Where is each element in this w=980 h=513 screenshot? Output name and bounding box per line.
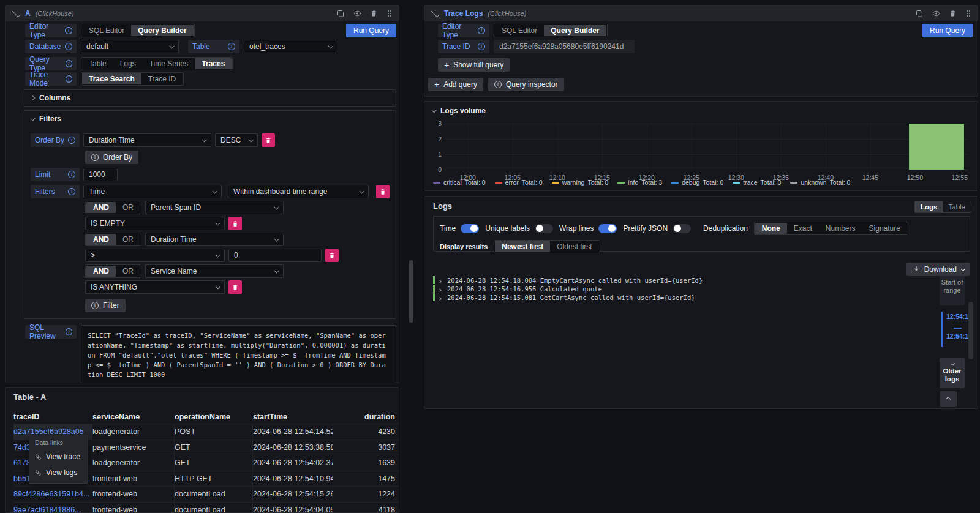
context-menu-item[interactable]: View logs: [29, 465, 88, 481]
limit-input[interactable]: 1000: [83, 168, 118, 181]
database-select[interactable]: default: [81, 40, 179, 53]
legend-item[interactable]: debug Total: 0: [671, 179, 723, 186]
condition-field-select[interactable]: Duration Time: [145, 233, 284, 246]
trace-mode-option[interactable]: Trace Search: [82, 73, 141, 84]
column-header[interactable]: duration: [333, 413, 399, 421]
drag-handle-icon[interactable]: [386, 10, 393, 17]
panel-a-header[interactable]: A (ClickHouse): [6, 6, 399, 21]
left-pane-scrollbar[interactable]: [409, 260, 413, 323]
query-inspector-button[interactable]: iQuery inspector: [488, 78, 564, 91]
table-select[interactable]: otel_traces: [244, 40, 337, 53]
column-header[interactable]: serviceName: [92, 413, 175, 421]
older-logs-button[interactable]: Older logs: [940, 358, 965, 388]
chevron-right-icon[interactable]: [439, 276, 443, 285]
condition-value-input[interactable]: 0: [228, 249, 322, 262]
info-icon[interactable]: i: [65, 43, 72, 50]
log-line[interactable]: 2024-06-28 12:54:16.956 Calculated quote: [433, 285, 602, 293]
query-type-option[interactable]: Logs: [113, 58, 143, 69]
filters-section-header[interactable]: Filters: [31, 114, 390, 124]
trace-logs-header[interactable]: Trace Logs (ClickHouse): [424, 6, 978, 21]
duplicate-icon[interactable]: [337, 10, 344, 17]
legend-item[interactable]: unknown Total: 0: [790, 179, 850, 186]
or-option[interactable]: OR: [116, 266, 140, 277]
query-type-option[interactable]: Time Series: [143, 58, 195, 69]
logs-view-switch[interactable]: LogsTable: [914, 201, 971, 213]
panel-title[interactable]: Trace Logs: [444, 9, 483, 18]
legend-item[interactable]: error Total: 0: [495, 179, 543, 186]
editor-type-option[interactable]: SQL Editor: [82, 25, 131, 36]
query-type-switch[interactable]: TableLogsTime SeriesTraces: [81, 57, 233, 70]
editor-type-option[interactable]: Query Builder: [131, 25, 193, 36]
legend-item[interactable]: warning Total: 0: [552, 179, 609, 186]
deduplication-option[interactable]: Signature: [862, 223, 907, 234]
info-icon[interactable]: i: [478, 43, 485, 50]
logs-view-option[interactable]: Table: [943, 201, 971, 212]
add-query-button[interactable]: +Add query: [428, 78, 483, 91]
info-icon[interactable]: i: [66, 75, 72, 83]
download-button[interactable]: Download: [907, 263, 970, 276]
and-or-switch[interactable]: ANDOR: [85, 201, 141, 214]
legend-item[interactable]: trace Total: 0: [733, 179, 781, 186]
and-option[interactable]: AND: [86, 234, 116, 245]
collapse-chevron-icon[interactable]: [431, 9, 440, 17]
display-results-switch[interactable]: Newest firstOldest first: [494, 240, 600, 253]
chevron-right-icon[interactable]: [439, 293, 443, 302]
log-line[interactable]: 2024-06-28 12:54:15.081 GetCartAsync cal…: [433, 293, 695, 301]
logs-volume-chart[interactable]: 3210 12:0012:0512:1012:1512:2012:2512:30…: [445, 124, 968, 170]
remove-order-by-button[interactable]: [262, 133, 275, 147]
info-icon[interactable]: i: [478, 27, 485, 34]
remove-condition-button[interactable]: [228, 280, 242, 294]
and-option[interactable]: AND: [86, 266, 116, 277]
eye-icon[interactable]: [353, 10, 361, 17]
info-logs-bar[interactable]: [909, 124, 964, 170]
trash-icon[interactable]: [371, 10, 377, 17]
condition-operator-select[interactable]: IS EMPTY: [85, 217, 225, 230]
deduplication-option[interactable]: Exact: [787, 223, 819, 234]
info-icon[interactable]: i: [68, 137, 75, 144]
info-icon[interactable]: i: [228, 43, 235, 50]
trash-icon[interactable]: [949, 10, 956, 17]
legend-item[interactable]: info Total: 3: [617, 179, 662, 186]
trace-mode-option[interactable]: Trace ID: [141, 73, 183, 84]
logs-volume-header[interactable]: Logs volume: [424, 102, 978, 115]
panel-title[interactable]: A: [25, 9, 31, 18]
query-type-option[interactable]: Table: [82, 58, 113, 69]
remove-condition-button[interactable]: [325, 249, 339, 262]
editor-type-option[interactable]: Query Builder: [544, 25, 606, 36]
filter-value-select[interactable]: Within dashboard time range: [228, 185, 369, 198]
trace-id-link[interactable]: 89cf4286e631591b4...: [13, 487, 92, 502]
run-query-button[interactable]: Run Query: [922, 24, 973, 37]
editor-type-switch[interactable]: SQL EditorQuery Builder: [494, 24, 608, 37]
info-icon[interactable]: i: [66, 60, 72, 67]
sql-preview-code[interactable]: SELECT "TraceId" as traceID, "ServiceNam…: [81, 325, 396, 383]
condition-field-select[interactable]: Parent Span ID: [145, 201, 284, 214]
deduplication-switch[interactable]: NoneExactNumbersSignature: [754, 222, 908, 235]
toggle-switch[interactable]: [598, 224, 617, 233]
order-by-direction-select[interactable]: DESC: [215, 133, 258, 147]
toggle-switch[interactable]: [461, 224, 479, 233]
columns-section[interactable]: Columns: [24, 89, 396, 107]
info-icon[interactable]: i: [65, 27, 72, 34]
editor-type-switch[interactable]: SQL EditorQuery Builder: [81, 24, 195, 37]
eye-icon[interactable]: [932, 10, 940, 17]
and-or-switch[interactable]: ANDOR: [85, 264, 141, 278]
display-results-option[interactable]: Oldest first: [550, 241, 598, 252]
trace-id-input[interactable]: d2a7155ef6a928a05680e5ff6190241d: [494, 40, 635, 53]
toggle-switch[interactable]: [535, 224, 553, 233]
filter-field-select[interactable]: Time: [83, 185, 222, 198]
collapse-chevron-icon[interactable]: [12, 9, 21, 17]
add-order-by-button[interactable]: +Order By: [85, 151, 138, 164]
trace-mode-switch[interactable]: Trace SearchTrace ID: [81, 72, 184, 86]
chevron-right-icon[interactable]: [439, 285, 443, 293]
order-by-field-select[interactable]: Duration Time: [83, 133, 211, 147]
log-line[interactable]: 2024-06-28 12:54:18.004 EmptyCartAsync c…: [433, 276, 703, 284]
info-icon[interactable]: i: [66, 328, 72, 335]
logs-view-option[interactable]: Logs: [915, 201, 943, 212]
run-query-button[interactable]: Run Query: [346, 24, 396, 37]
remove-condition-button[interactable]: [228, 217, 242, 230]
deduplication-option[interactable]: Numbers: [819, 223, 862, 234]
trace-id-link[interactable]: 9ae7acf61841886...: [13, 503, 92, 513]
or-option[interactable]: OR: [116, 202, 140, 213]
and-option[interactable]: AND: [86, 202, 116, 213]
toggle-switch[interactable]: [673, 224, 691, 233]
